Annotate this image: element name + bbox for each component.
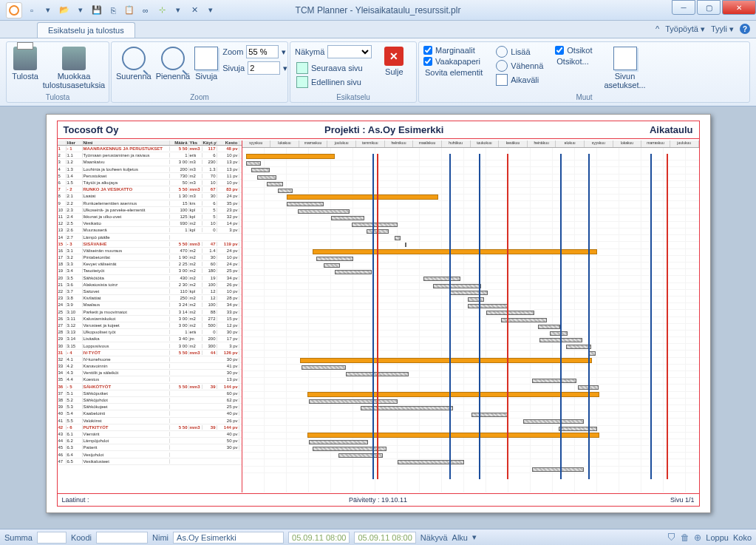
pages-dropdown-icon[interactable]: ▾ bbox=[283, 64, 287, 73]
gantt-vline bbox=[650, 154, 652, 479]
print-label: Tulosta bbox=[12, 72, 38, 81]
sb-koodi-field[interactable] bbox=[96, 532, 148, 544]
page-settings-button[interactable]: Sivun asetukset... bbox=[603, 45, 647, 89]
printer-icon bbox=[13, 47, 37, 70]
sb-nimi-field[interactable]: As.Oy Esimerkki bbox=[173, 532, 284, 544]
sb-summa-field[interactable] bbox=[37, 532, 67, 544]
qat-dropdown-icon[interactable]: ▾ bbox=[41, 4, 55, 17]
quick-access-toolbar: ▫ ▾ 📂 ▾ 💾 ⎘ 📋 ∞ ⊹ ▾ ✕ ▾ bbox=[0, 2, 217, 18]
minimize-button[interactable]: ─ bbox=[672, 0, 695, 15]
print-button[interactable]: Tulosta bbox=[11, 45, 39, 81]
workspace-menu[interactable]: Työpöytä ▾ bbox=[665, 24, 705, 34]
close-label: Sulje bbox=[385, 67, 403, 76]
table-row: 1- 1MAANRAKENNUS JA PERUSTUKSET5 50mm311… bbox=[58, 146, 242, 152]
qat-dropdown2-icon[interactable]: ▾ bbox=[74, 4, 87, 17]
table-row: 61.5Täytöt ja alkujaya50m31010 pv bbox=[58, 180, 242, 186]
close-preview-button[interactable]: ✕ Sulje bbox=[379, 45, 409, 76]
sb-date1[interactable]: 05.09.11 08:00 bbox=[288, 532, 350, 544]
zoom-in-icon bbox=[122, 47, 146, 70]
gantt-vline bbox=[667, 154, 668, 479]
zoom-out-button[interactable]: Pienennä bbox=[156, 45, 191, 81]
table-row: 173.2Pintabetonilat1 90m23010 pv bbox=[58, 254, 242, 261]
zoom-input[interactable] bbox=[246, 45, 279, 58]
qat-copy-icon[interactable]: ⎘ bbox=[106, 4, 120, 17]
pages-icon bbox=[194, 47, 218, 70]
help-icon[interactable]: ? bbox=[740, 24, 750, 34]
table-row: 31- 4IV-TYÖT5 50mm344126 pv bbox=[58, 350, 242, 356]
titles-check[interactable]: Otsikot bbox=[555, 45, 592, 55]
timespan-button[interactable]: Aikaväli bbox=[494, 73, 545, 87]
table-row: 51.4Perustukset730m27011 pv bbox=[58, 173, 242, 180]
add-button[interactable]: Lisää bbox=[494, 45, 545, 58]
ribbon-group-zoom: Suurenna Pienennä Sivuja Zoom ▾ Sivuja bbox=[111, 41, 288, 103]
table-row: 122.5Vesikatto930m21014 pv bbox=[58, 220, 242, 227]
table-row: 253.10Parketit ja muovimatot3 14m28833 p… bbox=[58, 309, 242, 316]
tabrow-right: ^ Työpöytä ▾ Tyyli ▾ ? bbox=[655, 24, 750, 34]
project-label: Projekti : As.Oy Esimerkki bbox=[324, 124, 443, 135]
next-page-button[interactable]: Seuraava sivu bbox=[295, 61, 372, 75]
subtract-button[interactable]: Vähennä bbox=[494, 59, 545, 72]
table-row: 456.3Patterit30 pv bbox=[58, 444, 242, 451]
titles-settings-button[interactable]: Otsikot... bbox=[555, 56, 592, 67]
style-menu[interactable]: Tyyli ▾ bbox=[711, 24, 734, 34]
zoom-field-label: Zoom bbox=[222, 47, 243, 56]
sb-date2[interactable]: 05.09.11 08:00 bbox=[354, 532, 415, 544]
qat-open-icon[interactable]: 📂 bbox=[58, 4, 71, 17]
qat-more-icon[interactable]: ▾ bbox=[204, 4, 217, 17]
sb-nakyva-label: Näkyvä bbox=[420, 533, 448, 542]
gantt-vline bbox=[449, 154, 451, 479]
sb-loppu-label[interactable]: Loppu bbox=[706, 533, 729, 542]
qat-new-icon[interactable]: ▫ bbox=[25, 4, 38, 17]
table-row: 223.7Saitovet110kpl1210 pv bbox=[58, 288, 242, 295]
table-row: 375.1Sähköputket60 pv bbox=[58, 390, 242, 397]
pages-input[interactable] bbox=[248, 61, 280, 75]
muut-col1: Marginaalit Vaakapaperi Sovita elementit bbox=[423, 45, 484, 78]
ribbon-tabs: Esikatselu ja tulostus ^ Työpöytä ▾ Tyyl… bbox=[0, 21, 756, 38]
qat-save-icon[interactable]: 💾 bbox=[90, 4, 103, 17]
gantt-vline bbox=[507, 154, 508, 479]
zoom-dropdown-icon[interactable]: ▾ bbox=[282, 47, 286, 57]
gantt-vline bbox=[372, 154, 374, 479]
title-bar: ▫ ▾ 📂 ▾ 💾 ⎘ 📋 ∞ ⊹ ▾ ✕ ▾ TCM Planner - Yl… bbox=[0, 0, 756, 21]
sb-shield-icon[interactable]: ⛉ bbox=[667, 532, 676, 543]
sb-summa-label: Summa bbox=[4, 533, 33, 542]
tab-preview-print[interactable]: Esikatselu ja tulostus bbox=[37, 22, 135, 38]
ribbon-group-muut: Marginaalit Vaakapaperi Sovita elementit… bbox=[418, 41, 750, 103]
maximize-button[interactable]: ▢ bbox=[697, 0, 721, 15]
sb-plus-icon[interactable]: ⊕ bbox=[694, 532, 701, 543]
qat-paste-icon[interactable]: 📋 bbox=[123, 4, 136, 17]
prev-page-button[interactable]: Edellinen sivu bbox=[295, 75, 372, 89]
sb-nimi-label: Nimi bbox=[152, 533, 168, 542]
esik-col: Näkymä Seuraava sivu Edellinen sivu bbox=[295, 45, 372, 89]
ribbon-collapse-icon[interactable]: ^ bbox=[655, 24, 659, 33]
app-icon[interactable] bbox=[6, 2, 22, 18]
fit-elements-button[interactable]: Sovita elementit bbox=[423, 67, 484, 78]
margins-check[interactable]: Marginaalit bbox=[423, 45, 484, 55]
view-select[interactable] bbox=[327, 45, 372, 58]
alku-dropdown-icon[interactable]: ▾ bbox=[472, 532, 477, 542]
pages-field-label: Sivuja bbox=[222, 64, 245, 72]
page-footer: Laatinut : Päivitetty : 19.10.11 Sivu 1/… bbox=[58, 493, 699, 506]
schedule-label: Aikataulu bbox=[650, 124, 693, 135]
edit-print-settings-button[interactable]: Muokkaa tulostusasetuksia bbox=[44, 45, 104, 89]
table-row: 15- 3SISÄVAIHE5 50mm347119 pv bbox=[58, 241, 242, 248]
qat-link-icon[interactable]: ∞ bbox=[139, 4, 152, 17]
pages-button[interactable]: Sivuja bbox=[194, 45, 218, 81]
sb-koko-label[interactable]: Koko bbox=[733, 533, 752, 542]
group-zoom-label: Zoom bbox=[112, 93, 287, 101]
page-settings-icon bbox=[613, 47, 637, 70]
qat-dropdown3-icon[interactable]: ▾ bbox=[171, 4, 185, 17]
landscape-check[interactable]: Vaakapaperi bbox=[423, 56, 484, 67]
table-row: 203.5Sähkötöita430m21934 pv bbox=[58, 275, 242, 282]
table-row: 102.3Ulkoseinä- ja parveke-elementit100k… bbox=[58, 207, 242, 214]
sb-koodi-label: Koodi bbox=[71, 533, 92, 542]
page-header: Tocosoft Oy Projekti : As.Oy Esimerkki A… bbox=[58, 121, 699, 139]
printer-edit-icon bbox=[62, 47, 86, 70]
window-close-button[interactable]: ✕ bbox=[722, 0, 756, 15]
qat-close-icon[interactable]: ✕ bbox=[188, 4, 201, 17]
sb-trash-icon[interactable]: 🗑 bbox=[681, 532, 689, 543]
zoom-in-button[interactable]: Suurenna bbox=[116, 45, 151, 81]
qat-tree-icon[interactable]: ⊹ bbox=[155, 4, 168, 17]
preview-area[interactable]: Tocosoft Oy Projekti : As.Oy Esimerkki A… bbox=[0, 106, 756, 529]
ribbon-group-esikatselu: Näkymä Seuraava sivu Edellinen sivu ✕ Su… bbox=[290, 41, 417, 103]
